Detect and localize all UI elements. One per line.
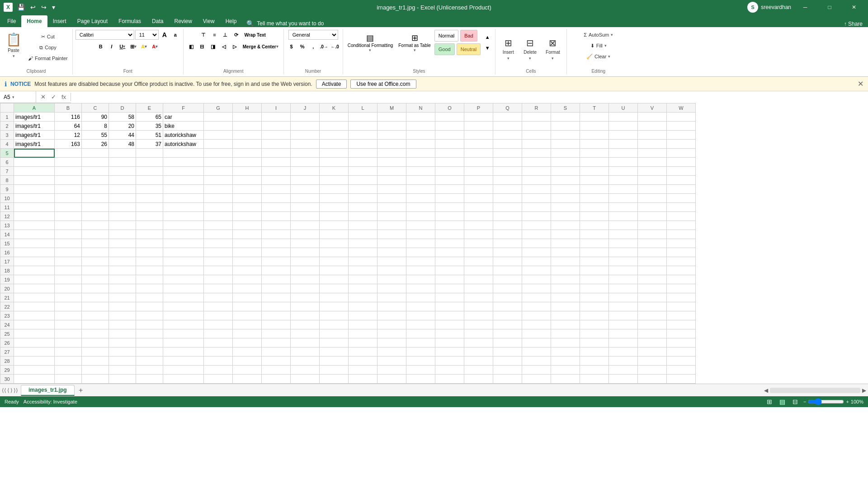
cell-S13[interactable] [551,221,580,230]
cell-N10[interactable] [406,194,435,203]
cell-P20[interactable] [464,284,493,293]
cell-P16[interactable] [464,248,493,257]
cell-A23[interactable] [14,311,55,320]
cell-P4[interactable] [464,140,493,149]
cell-C10[interactable] [82,194,109,203]
cell-E23[interactable] [136,311,163,320]
cell-P27[interactable] [464,347,493,357]
cell-E15[interactable] [136,239,163,248]
cell-N8[interactable] [406,176,435,185]
cell-O28[interactable] [435,357,464,366]
col-header-H[interactable]: H [233,103,262,113]
cell-G5[interactable] [204,149,233,158]
cell-O23[interactable] [435,311,464,320]
row-header-12[interactable]: 12 [0,212,14,221]
cell-Q12[interactable] [493,212,522,221]
cell-J22[interactable] [291,302,320,311]
paste-button[interactable]: 📋 Paste ▾ [3,30,24,61]
cell-O27[interactable] [435,347,464,357]
cell-B6[interactable] [55,158,82,167]
cell-D16[interactable] [109,248,136,257]
cell-I26[interactable] [262,338,291,347]
cell-O6[interactable] [435,158,464,167]
cell-W13[interactable] [667,221,696,230]
cell-D3[interactable]: 44 [109,131,136,140]
cell-H14[interactable] [233,230,262,239]
cell-E3[interactable]: 51 [136,131,163,140]
cell-B9[interactable] [55,185,82,194]
cell-L6[interactable] [349,158,377,167]
activate-button[interactable]: Activate [316,80,347,89]
cell-M1[interactable] [377,113,406,122]
cell-I14[interactable] [262,230,291,239]
cell-A24[interactable] [14,320,55,329]
cell-R29[interactable] [522,366,551,375]
cell-U26[interactable] [609,338,638,347]
cell-N6[interactable] [406,158,435,167]
cell-K19[interactable] [320,275,349,284]
cell-V30[interactable] [638,375,667,384]
cell-A16[interactable] [14,248,55,257]
cell-E7[interactable] [136,167,163,176]
cell-P3[interactable] [464,131,493,140]
page-break-view-button[interactable]: ⊟ [791,397,800,406]
cell-A30[interactable] [14,375,55,384]
cell-C22[interactable] [82,302,109,311]
cell-T28[interactable] [580,357,609,366]
cell-T7[interactable] [580,167,609,176]
cell-H5[interactable] [233,149,262,158]
cell-E30[interactable] [136,375,163,384]
cell-Q28[interactable] [493,357,522,366]
row-header-22[interactable]: 22 [0,302,14,311]
cell-B23[interactable] [55,311,82,320]
cell-U10[interactable] [609,194,638,203]
font-color-button[interactable]: A ▾ [150,42,160,52]
cell-J13[interactable] [291,221,320,230]
cell-Q7[interactable] [493,167,522,176]
cell-A25[interactable] [14,329,55,338]
cell-K20[interactable] [320,284,349,293]
tab-insert[interactable]: Insert [47,15,72,27]
cell-E9[interactable] [136,185,163,194]
cell-E25[interactable] [136,329,163,338]
tab-formulas[interactable]: Formulas [113,15,146,27]
cell-N17[interactable] [406,257,435,266]
cell-O9[interactable] [435,185,464,194]
cell-G24[interactable] [204,320,233,329]
cell-J1[interactable] [291,113,320,122]
cell-A14[interactable] [14,230,55,239]
cell-A21[interactable] [14,293,55,302]
cell-D9[interactable] [109,185,136,194]
cell-H29[interactable] [233,366,262,375]
cell-Q9[interactable] [493,185,522,194]
sheet-tab-images[interactable]: images_tr1.jpg [21,385,75,396]
cell-C23[interactable] [82,311,109,320]
cell-J16[interactable] [291,248,320,257]
cell-Q18[interactable] [493,266,522,275]
cell-K17[interactable] [320,257,349,266]
cell-B4[interactable]: 163 [55,140,82,149]
cell-I22[interactable] [262,302,291,311]
cell-V19[interactable] [638,275,667,284]
cell-F12[interactable] [163,212,204,221]
cell-I2[interactable] [262,122,291,131]
cell-W23[interactable] [667,311,696,320]
cell-T18[interactable] [580,266,609,275]
cell-S10[interactable] [551,194,580,203]
cell-G3[interactable] [204,131,233,140]
cell-G23[interactable] [204,311,233,320]
cell-D6[interactable] [109,158,136,167]
cell-S11[interactable] [551,203,580,212]
tell-me-input[interactable]: Tell me what you want to do [257,20,324,27]
cell-F24[interactable] [163,320,204,329]
cell-V6[interactable] [638,158,667,167]
cell-U11[interactable] [609,203,638,212]
cell-W3[interactable] [667,131,696,140]
col-header-K[interactable]: K [320,103,349,113]
cut-button[interactable]: ✂ Cut [26,32,70,42]
cell-L23[interactable] [349,311,377,320]
cell-W14[interactable] [667,230,696,239]
cell-J15[interactable] [291,239,320,248]
cell-B3[interactable]: 12 [55,131,82,140]
cell-U2[interactable] [609,122,638,131]
